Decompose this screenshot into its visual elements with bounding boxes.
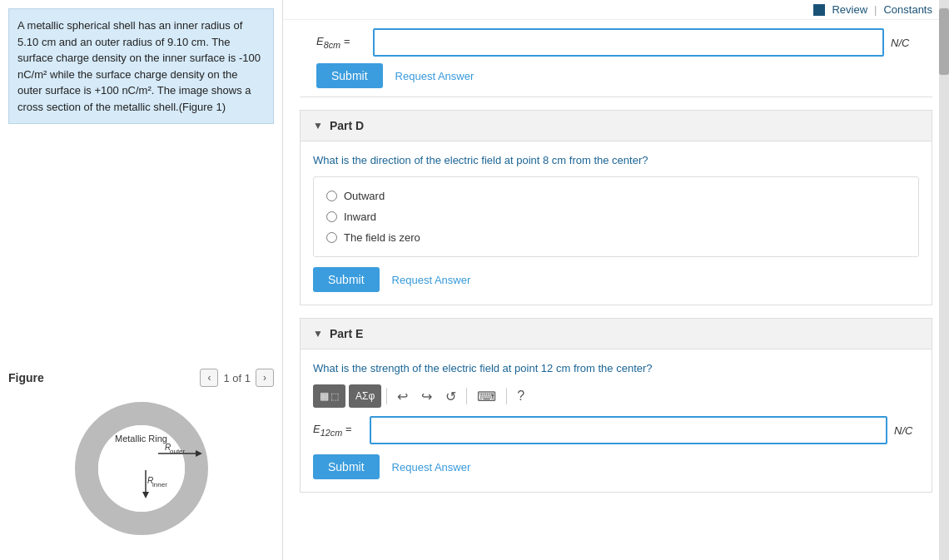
toolbar-separator-3 xyxy=(506,388,507,404)
figure-diagram: Metallic Ring R outer R inner xyxy=(8,394,274,552)
ring-diagram: Metallic Ring R outer R inner xyxy=(67,402,216,535)
e8cm-label: E8cm = xyxy=(316,35,366,50)
option-field-zero: The field is zero xyxy=(326,227,906,248)
option-inward: Inward xyxy=(326,206,906,227)
help-button[interactable]: ? xyxy=(512,384,529,408)
top-bar-separator: | xyxy=(874,3,877,16)
matrix-icon: ▦ xyxy=(320,390,329,402)
part-d-question: What is the direction of the electric fi… xyxy=(313,154,919,166)
part-e-request-answer-link[interactable]: Request Answer xyxy=(392,461,471,473)
part-d-section: ▼ Part D What is the direction of the el… xyxy=(300,110,932,305)
label-inward[interactable]: Inward xyxy=(344,211,376,223)
part-e-body: What is the strength of the electric fie… xyxy=(301,349,932,492)
diagram-arrows: R outer R inner xyxy=(67,402,216,535)
part-d-collapse-icon[interactable]: ▼ xyxy=(313,120,323,131)
left-panel: A metallic spherical shell has an inner … xyxy=(0,0,283,560)
part-e-header: ▼ Part E xyxy=(301,319,932,349)
matrix-button[interactable]: ▦ ⬚ xyxy=(313,384,345,408)
part-e-question: What is the strength of the electric fie… xyxy=(313,362,919,374)
figure-area: Figure ‹ 1 of 1 › Metallic Ring R outer xyxy=(0,360,282,560)
top-bar: Review | Constants xyxy=(283,0,949,20)
part-d-body: What is the direction of the electric fi… xyxy=(301,141,932,305)
svg-text:outer: outer xyxy=(170,448,186,455)
figure-count: 1 of 1 xyxy=(223,372,251,384)
svg-marker-1 xyxy=(196,450,202,457)
radio-inward[interactable] xyxy=(326,211,337,222)
e12cm-label: E12cm = xyxy=(313,423,363,438)
undo-button[interactable]: ↩ xyxy=(392,384,413,408)
figure-next-button[interactable]: › xyxy=(256,369,274,387)
figure-nav: ‹ 1 of 1 › xyxy=(200,369,274,387)
toolbar-separator-1 xyxy=(386,388,387,404)
part-e-action-row: Submit Request Answer xyxy=(313,454,919,479)
label-field-zero[interactable]: The field is zero xyxy=(344,231,420,244)
part-e-collapse-icon[interactable]: ▼ xyxy=(313,328,323,339)
redo-button[interactable]: ↪ xyxy=(416,384,437,408)
part-d-header: ▼ Part D xyxy=(301,111,932,141)
e8cm-unit: N/C xyxy=(891,37,916,49)
part-e-title: Part E xyxy=(330,327,363,340)
refresh-button[interactable]: ↺ xyxy=(440,384,461,408)
figure-prev-button[interactable]: ‹ xyxy=(200,369,218,387)
e8cm-input-row: E8cm = N/C xyxy=(316,28,916,57)
problem-description: A metallic spherical shell has an inner … xyxy=(17,19,261,113)
review-icon xyxy=(813,4,825,16)
option-outward: Outward xyxy=(326,186,906,206)
review-link[interactable]: Review xyxy=(832,3,867,16)
constants-link[interactable]: Constants xyxy=(883,3,932,16)
scrollbar-thumb[interactable] xyxy=(939,8,949,75)
part-d-options: Outward Inward The field is zero xyxy=(313,176,919,257)
matrix-icon-2: ⬚ xyxy=(330,391,339,402)
figure-header: Figure ‹ 1 of 1 › xyxy=(8,369,274,387)
part-d-title: Part D xyxy=(330,119,364,132)
part-e-toolbar: ▦ ⬚ ΑΣφ ↩ ↪ ↺ ⌨ ? xyxy=(313,384,919,408)
part-e-section: ▼ Part E What is the strength of the ele… xyxy=(300,318,932,493)
e12cm-unit: N/C xyxy=(894,424,919,437)
e8cm-input[interactable] xyxy=(373,28,884,57)
part-d-action-row: Submit Request Answer xyxy=(313,267,919,292)
svg-text:inner: inner xyxy=(152,481,167,488)
e8cm-request-answer-link[interactable]: Request Answer xyxy=(395,70,474,82)
radio-outward[interactable] xyxy=(326,191,337,201)
scrollbar-track[interactable] xyxy=(939,0,949,560)
keyboard-button[interactable]: ⌨ xyxy=(472,384,501,408)
part-e-submit-button[interactable]: Submit xyxy=(313,454,380,479)
e8cm-submit-button[interactable]: Submit xyxy=(316,63,383,88)
right-panel[interactable]: Review | Constants E8cm = N/C Submit Req… xyxy=(283,0,949,560)
problem-text: A metallic spherical shell has an inner … xyxy=(8,8,274,124)
figure-title: Figure xyxy=(8,371,44,384)
part-d-submit-button[interactable]: Submit xyxy=(313,267,380,292)
toolbar-separator-2 xyxy=(466,388,467,404)
top-partial-section: E8cm = N/C Submit Request Answer xyxy=(300,20,932,97)
svg-marker-5 xyxy=(142,492,149,498)
e12cm-input-row: E12cm = N/C xyxy=(313,416,919,444)
part-d-request-answer-link[interactable]: Request Answer xyxy=(392,274,471,286)
radio-field-zero[interactable] xyxy=(326,232,337,243)
e8cm-action-row: Submit Request Answer xyxy=(316,63,916,88)
label-outward[interactable]: Outward xyxy=(344,190,385,202)
e12cm-input[interactable] xyxy=(370,416,887,444)
sigma-button[interactable]: ΑΣφ xyxy=(349,384,381,408)
content-area: E8cm = N/C Submit Request Answer ▼ Part … xyxy=(283,20,949,509)
